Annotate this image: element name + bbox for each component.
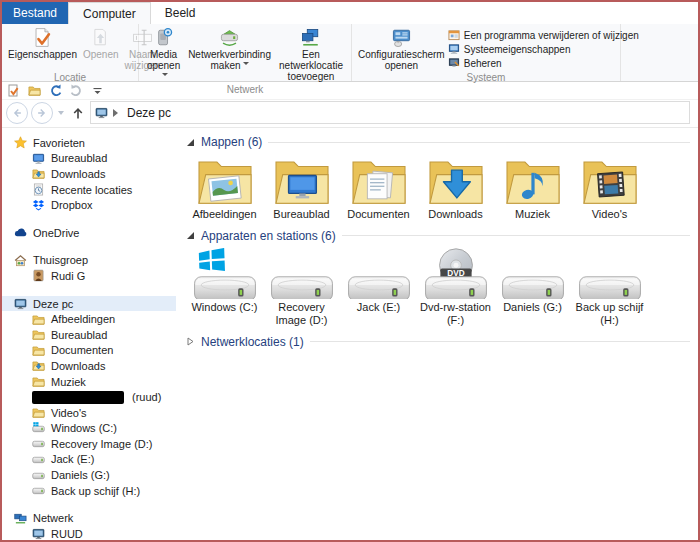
- address-bar[interactable]: Deze pc: [90, 101, 690, 124]
- folder-icon: [32, 375, 45, 388]
- sidebar-item-downloads[interactable]: Downloads: [2, 166, 176, 182]
- sidebar-item-netwerk[interactable]: Netwerk: [2, 510, 176, 526]
- netwerkverbinding-maken-button[interactable]: Netwerkverbinding maken: [185, 26, 274, 71]
- navigation-pane: Favorieten Bureaublad Downloads Recente …: [2, 128, 176, 542]
- tab-beeld[interactable]: Beeld: [151, 2, 210, 24]
- sidebar-item-thuisgroep[interactable]: Thuisgroep: [2, 253, 176, 269]
- sidebar-item-deze-pc[interactable]: Deze pc: [2, 296, 176, 312]
- sidebar-item-bureaublad-pc[interactable]: Bureaublad: [2, 327, 176, 343]
- configuratiescherm-button[interactable]: Configuratiescherm openen: [355, 26, 448, 71]
- drive-tile-jack-e[interactable]: Jack (E:): [340, 248, 417, 327]
- desktop-icon: [32, 152, 45, 165]
- sidebar-item-videos[interactable]: Video's: [2, 405, 176, 421]
- folder-tile-muziek[interactable]: Muziek: [494, 154, 571, 221]
- folder-icon: [32, 406, 45, 419]
- up-button[interactable]: [69, 104, 87, 122]
- homegroup-icon: [14, 254, 27, 267]
- sidebar-item-bureaublad[interactable]: Bureaublad: [2, 151, 176, 167]
- tile-label: Recovery Image (D:): [264, 301, 339, 327]
- sidebar-item-afbeeldingen[interactable]: Afbeeldingen: [2, 311, 176, 327]
- sidebar-item-backup-h[interactable]: Back up schijf (H:): [2, 483, 176, 499]
- tile-label: Video's: [592, 208, 628, 221]
- group-title: Mappen (6): [201, 135, 262, 149]
- button-label: Configuratiescherm openen: [358, 49, 445, 71]
- tab-label: Bestand: [13, 6, 57, 20]
- group-header-netwerklocaties[interactable]: Netwerklocaties (1): [186, 335, 690, 349]
- history-dropdown-icon[interactable]: [58, 111, 64, 118]
- button-label-text: Netwerkverbinding maken: [188, 49, 271, 71]
- tile-label: Downloads: [428, 208, 482, 221]
- sidebar-item-ruud-pc[interactable]: RUUD: [2, 526, 176, 542]
- group-header-mappen[interactable]: Mappen (6): [186, 135, 690, 149]
- sidebar-section-gap: [2, 241, 176, 253]
- drive-tile-backup-h[interactable]: Back up schijf (H:): [571, 248, 648, 327]
- tab-bestand[interactable]: Bestand: [2, 2, 68, 24]
- sidebar-item-recente-locaties[interactable]: Recente locaties: [2, 182, 176, 198]
- forward-button[interactable]: [31, 102, 53, 124]
- sidebar-item-documenten[interactable]: Documenten: [2, 343, 176, 359]
- sidebar-item-jack-e[interactable]: Jack (E:): [2, 452, 176, 468]
- openen-button[interactable]: Openen: [80, 26, 122, 60]
- collapse-triangle-icon: [186, 138, 195, 147]
- explorer-main: Favorieten Bureaublad Downloads Recente …: [2, 128, 698, 542]
- beheren-button[interactable]: Beheren: [448, 56, 639, 70]
- drive-tile-windows-c[interactable]: Windows (C:): [186, 248, 263, 327]
- programma-verwijderen-button[interactable]: Een programma verwijderen of wijzigen: [448, 28, 639, 42]
- dvd-drive-icon: DVD: [423, 248, 489, 299]
- sidebar-item-label: Bureaublad: [51, 152, 107, 164]
- sidebar-item-rudi-g[interactable]: Rudi G: [2, 268, 176, 284]
- new-folder-qat-icon[interactable]: [28, 84, 41, 97]
- folder-tile-bureaublad[interactable]: Bureaublad: [263, 154, 340, 221]
- eigenschappen-button[interactable]: Eigenschappen: [5, 26, 80, 60]
- group-header-apparaten[interactable]: Apparaten en stations (6): [186, 229, 690, 243]
- sidebar-item-windows-c[interactable]: Windows (C:): [2, 421, 176, 437]
- sidebar-item-downloads-pc[interactable]: Downloads: [2, 358, 176, 374]
- sidebar-item-label: Jack (E:): [51, 453, 94, 465]
- sidebar-item-label: RUUD: [51, 528, 83, 540]
- sidebar-item-redacted-ruud[interactable]: (ruud): [2, 389, 176, 405]
- desktop-folder-icon: [273, 154, 331, 206]
- tab-computer[interactable]: Computer: [68, 2, 151, 24]
- computer-icon: [32, 527, 45, 540]
- tile-label: Documenten: [347, 208, 409, 221]
- sidebar-item-label: OneDrive: [33, 227, 79, 239]
- systeemeigenschappen-button[interactable]: Systeemeigenschappen: [448, 42, 639, 56]
- up-arrow-icon: [71, 106, 85, 120]
- tile-label: Windows (C:): [191, 301, 257, 314]
- drive-tile-recovery-d[interactable]: Recovery Image (D:): [263, 248, 340, 327]
- folder-tile-downloads[interactable]: Downloads: [417, 154, 494, 221]
- qat-customize-icon[interactable]: [91, 84, 104, 97]
- back-button[interactable]: [6, 102, 28, 124]
- drive-tile-daniels-g[interactable]: Daniels (G:): [494, 248, 571, 327]
- sidebar-item-favorieten[interactable]: Favorieten: [2, 135, 176, 151]
- redacted-label: [32, 391, 124, 404]
- collapse-triangle-icon: [186, 231, 195, 240]
- folder-tile-afbeeldingen[interactable]: Afbeeldingen: [186, 154, 263, 221]
- tab-label: Computer: [83, 7, 136, 21]
- ribbon-group-netwerk: Media openen Netwerkverbinding maken Een…: [139, 24, 352, 81]
- ribbon-filler: [621, 24, 698, 81]
- undo-icon[interactable]: [49, 84, 62, 97]
- redo-icon[interactable]: [70, 84, 83, 97]
- sidebar-item-recovery-d[interactable]: Recovery Image (D:): [2, 436, 176, 452]
- breadcrumb-deze-pc[interactable]: Deze pc: [127, 106, 171, 120]
- group-rule: [342, 235, 690, 236]
- sidebar-item-muziek[interactable]: Muziek: [2, 374, 176, 390]
- properties-qat-icon[interactable]: [7, 84, 20, 97]
- group-label: Locatie: [2, 71, 138, 84]
- computer-icon: [14, 297, 27, 310]
- ribbon: Eigenschappen Openen Naam wijzigen Locat…: [2, 24, 698, 82]
- button-label: Media openen: [145, 49, 182, 83]
- tab-label: Beeld: [165, 6, 196, 20]
- sidebar-section-gap: [2, 284, 176, 296]
- folder-tile-documenten[interactable]: Documenten: [340, 154, 417, 221]
- music-folder-icon: [504, 154, 562, 206]
- drive-tile-dvd-f[interactable]: DVD Dvd-rw-station (F:): [417, 248, 494, 327]
- sidebar-item-daniels-g[interactable]: Daniels (G:): [2, 467, 176, 483]
- computer-icon: [95, 106, 108, 119]
- netwerklocatie-toevoegen-button[interactable]: Een netwerklocatie toevoegen: [274, 26, 348, 83]
- folder-tile-videos[interactable]: Video's: [571, 154, 648, 221]
- sidebar-item-dropbox[interactable]: Dropbox: [2, 197, 176, 213]
- sidebar-item-onedrive[interactable]: OneDrive: [2, 225, 176, 241]
- group-label: Systeem: [352, 71, 620, 84]
